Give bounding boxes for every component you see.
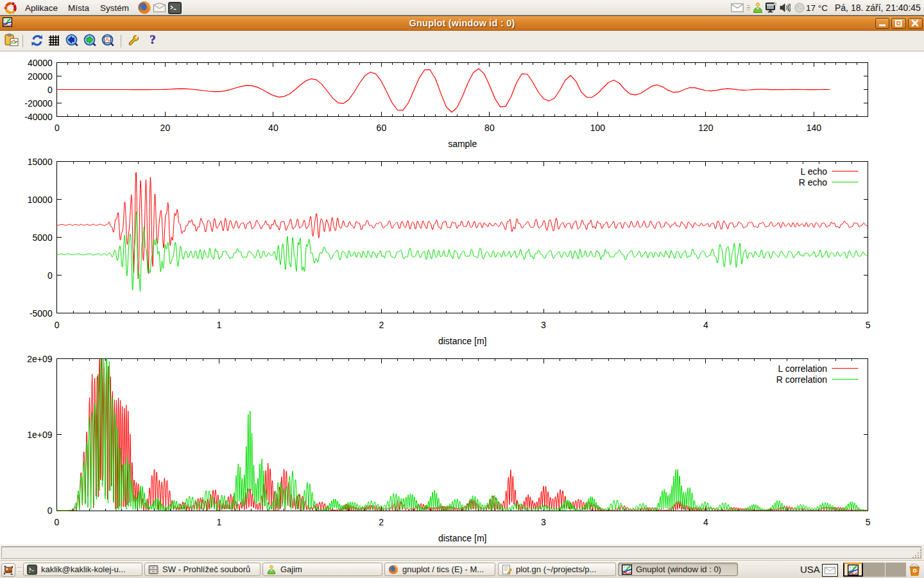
svg-text:distance [m]: distance [m] xyxy=(438,533,486,543)
svg-text:0: 0 xyxy=(55,517,60,527)
svg-text:0: 0 xyxy=(55,123,60,133)
svg-text:120: 120 xyxy=(698,123,714,133)
svg-text:10000: 10000 xyxy=(28,195,53,205)
svg-text:0: 0 xyxy=(47,270,53,281)
svg-text:0: 0 xyxy=(47,505,53,516)
svg-text:2: 2 xyxy=(379,517,384,527)
svg-text:0: 0 xyxy=(47,85,53,95)
svg-text:-5000: -5000 xyxy=(30,308,53,319)
svg-text:4: 4 xyxy=(703,320,708,330)
svg-text:5000: 5000 xyxy=(33,232,53,243)
svg-text:2: 2 xyxy=(379,320,384,330)
svg-text:5: 5 xyxy=(866,517,871,527)
svg-text:20000: 20000 xyxy=(28,71,53,82)
svg-text:0: 0 xyxy=(55,320,60,330)
svg-text:40: 40 xyxy=(268,123,278,133)
svg-text:1: 1 xyxy=(216,517,221,527)
svg-text:L echo: L echo xyxy=(800,166,827,177)
svg-text:15000: 15000 xyxy=(28,157,53,167)
svg-text:1e+09: 1e+09 xyxy=(27,430,53,440)
svg-text:3: 3 xyxy=(541,320,546,330)
svg-text:L correlation: L correlation xyxy=(778,363,827,374)
svg-text:1: 1 xyxy=(217,320,222,330)
svg-text:5: 5 xyxy=(866,320,871,330)
svg-text:3: 3 xyxy=(541,517,546,527)
svg-text:20: 20 xyxy=(160,123,171,133)
svg-text:140: 140 xyxy=(807,123,822,133)
svg-text:40000: 40000 xyxy=(28,58,53,68)
svg-text:?: ? xyxy=(150,33,156,46)
svg-text:-40000: -40000 xyxy=(24,112,53,122)
svg-text:distance [m]: distance [m] xyxy=(438,336,486,346)
svg-text:80: 80 xyxy=(484,123,495,133)
svg-text:4: 4 xyxy=(703,517,708,527)
svg-text:100: 100 xyxy=(590,123,606,133)
svg-text:2e+09: 2e+09 xyxy=(27,354,53,364)
svg-text:sample: sample xyxy=(448,139,477,149)
svg-text:R correlation: R correlation xyxy=(776,374,827,385)
svg-text:R echo: R echo xyxy=(799,177,828,188)
svg-text:60: 60 xyxy=(377,123,387,133)
svg-text:-20000: -20000 xyxy=(24,98,53,109)
